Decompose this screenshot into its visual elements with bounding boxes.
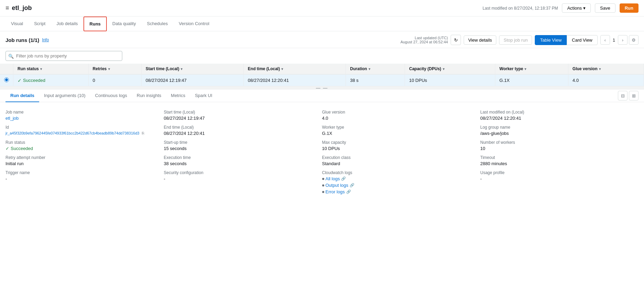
id-value[interactable]: jr_a45f320b9efa7962445fe074933f61bcc2b42… bbox=[5, 131, 160, 136]
startup-time-label: Start-up time bbox=[164, 140, 318, 145]
col-retries[interactable]: Retries ▾ bbox=[88, 64, 141, 74]
num-workers-value: 10 bbox=[480, 146, 634, 151]
all-logs-item: All logs 🔗 bbox=[322, 176, 476, 181]
job-name-group: Job name etl_job bbox=[5, 108, 164, 123]
row-radio[interactable] bbox=[4, 77, 9, 82]
refresh-button[interactable]: ↻ bbox=[451, 35, 461, 45]
tab-version-control[interactable]: Version Control bbox=[173, 17, 215, 31]
cloudwatch-links: All logs 🔗 Output logs 🔗 Error logs 🔗 bbox=[322, 176, 476, 194]
worker-type-group: Worker type G.1X bbox=[322, 123, 481, 138]
run-status-group: Run status ✓ Succeeded bbox=[5, 138, 164, 153]
runs-table: Run status ▾ Retries ▾ Start time (Local… bbox=[0, 64, 644, 86]
execution-time-label: Execution time bbox=[164, 155, 318, 160]
settings-button[interactable]: ⚙ bbox=[629, 35, 639, 45]
num-workers-group: Number of workers 10 bbox=[480, 138, 639, 153]
execution-class-value: Standard bbox=[322, 161, 476, 166]
timeout-label: Timeout bbox=[480, 155, 634, 160]
worker-type-value: G.1X bbox=[322, 131, 476, 136]
max-capacity-group: Max capacity 10 DPUs bbox=[322, 138, 481, 153]
maximize-icon: ⊞ bbox=[632, 93, 636, 98]
output-logs-link[interactable]: Output logs bbox=[326, 183, 349, 188]
bottom-panel: Run details Input arguments (10) Continu… bbox=[0, 89, 644, 203]
retry-label: Retry attempt number bbox=[5, 155, 160, 160]
job-runs-right: Last updated (UTC) August 27, 2024 at 06… bbox=[400, 35, 639, 45]
top-bar-right: Last modified on 8/27/2024, 12:18:37 PM … bbox=[483, 3, 639, 13]
col-end-time[interactable]: End time (Local) ▾ bbox=[244, 64, 346, 74]
maximize-panel-button[interactable]: ⊞ bbox=[629, 91, 639, 100]
timeout-group: Timeout 2880 minutes bbox=[480, 153, 639, 168]
all-logs-link[interactable]: All logs bbox=[326, 176, 340, 181]
worker-type-cell: G.1X bbox=[495, 74, 568, 86]
table-row[interactable]: ✓ Succeeded 0 08/27/2024 12:19:47 08/27/… bbox=[0, 74, 644, 86]
minimize-panel-button[interactable]: ⊟ bbox=[618, 91, 628, 100]
output-logs-item: Output logs 🔗 bbox=[322, 183, 476, 188]
view-details-button[interactable]: View details bbox=[464, 35, 496, 45]
cloudwatch-group: Cloudwatch logs All logs 🔗 Output logs 🔗 bbox=[322, 168, 481, 198]
next-page-button[interactable]: › bbox=[618, 35, 628, 45]
id-label: Id bbox=[5, 125, 160, 130]
job-name-value[interactable]: etl_job bbox=[5, 116, 160, 121]
last-modified-text: Last modified on 8/27/2024, 12:18:37 PM bbox=[483, 6, 558, 11]
execution-time-value: 38 seconds bbox=[164, 161, 318, 166]
tab-runs[interactable]: Runs bbox=[83, 17, 107, 31]
tab-job-details[interactable]: Job details bbox=[51, 17, 83, 31]
filter-bar: 🔍 bbox=[0, 48, 644, 64]
split-handle[interactable]: — — bbox=[0, 86, 644, 89]
search-icon: 🔍 bbox=[8, 53, 14, 58]
save-button[interactable]: Save bbox=[595, 3, 615, 13]
col-duration[interactable]: Duration ▾ bbox=[346, 64, 405, 74]
tab-script[interactable]: Script bbox=[29, 17, 51, 31]
run-details-grid: Job name etl_job Id jr_a45f320b9efa79624… bbox=[0, 102, 644, 203]
num-workers-label: Number of workers bbox=[480, 140, 634, 145]
worker-type-label: Worker type bbox=[322, 125, 476, 130]
job-runs-title: Job runs (1/1) Info bbox=[5, 37, 49, 43]
col-start-time[interactable]: Start time (Local) ▾ bbox=[141, 64, 244, 74]
minimize-icon: ⊟ bbox=[621, 93, 625, 98]
menu-icon[interactable]: ≡ bbox=[5, 4, 9, 12]
tab-spark-ui[interactable]: Spark UI bbox=[190, 89, 217, 102]
sort-icon: ▾ bbox=[181, 67, 182, 71]
filter-input[interactable] bbox=[5, 51, 122, 61]
error-logs-link[interactable]: Error logs bbox=[326, 189, 345, 194]
security-config-group: Security configuration - bbox=[164, 168, 322, 183]
tab-run-details[interactable]: Run details bbox=[5, 89, 39, 102]
tab-schedules[interactable]: Schedules bbox=[142, 17, 173, 31]
run-button[interactable]: Run bbox=[620, 3, 639, 13]
usage-profile-group: Usage profile - bbox=[480, 168, 639, 183]
tab-input-arguments[interactable]: Input arguments (10) bbox=[39, 89, 90, 102]
info-link[interactable]: Info bbox=[42, 38, 49, 42]
select-all-col bbox=[0, 64, 13, 74]
timeout-value: 2880 minutes bbox=[480, 161, 634, 166]
col-run-status[interactable]: Run status ▾ bbox=[13, 64, 89, 74]
actions-button[interactable]: Actions ▾ bbox=[562, 3, 591, 13]
copy-icon[interactable]: ⎘ bbox=[142, 131, 144, 135]
prev-page-button[interactable]: ‹ bbox=[600, 35, 610, 45]
row-radio-cell[interactable] bbox=[0, 74, 13, 86]
trigger-label: Trigger name bbox=[5, 170, 160, 175]
external-link-icon: 🔗 bbox=[341, 176, 346, 181]
job-title: etl_job bbox=[12, 4, 32, 12]
sort-icon: ▾ bbox=[443, 67, 444, 71]
tab-data-quality[interactable]: Data quality bbox=[107, 17, 142, 31]
job-name-label: Job name bbox=[5, 110, 160, 115]
card-view-button[interactable]: Card View bbox=[567, 35, 598, 45]
duration-cell: 38 s bbox=[346, 74, 405, 86]
col-capacity[interactable]: Capacity (DPUs) ▾ bbox=[405, 64, 495, 74]
last-modified-value: 08/27/2024 12:20:41 bbox=[480, 116, 634, 121]
usage-profile-label: Usage profile bbox=[480, 170, 634, 175]
status-check-icon: ✓ bbox=[5, 146, 9, 151]
tab-visual[interactable]: Visual bbox=[5, 17, 29, 31]
tab-metrics[interactable]: Metrics bbox=[166, 89, 190, 102]
detail-col-4: Last modified on (Local) 08/27/2024 12:2… bbox=[480, 108, 639, 198]
col-worker-type[interactable]: Worker type ▾ bbox=[495, 64, 568, 74]
start-time-value: 08/27/2024 12:19:47 bbox=[164, 116, 318, 121]
sort-icon: ▾ bbox=[108, 67, 110, 71]
col-glue-version[interactable]: Glue version ▾ bbox=[568, 64, 644, 74]
tab-run-insights[interactable]: Run insights bbox=[132, 89, 166, 102]
table-view-button[interactable]: Table View bbox=[535, 35, 567, 45]
refresh-icon: ↻ bbox=[454, 38, 458, 43]
max-capacity-label: Max capacity bbox=[322, 140, 476, 145]
log-group-group: Log group name /aws-glue/jobs bbox=[480, 123, 639, 138]
tab-continuous-logs[interactable]: Continuous logs bbox=[90, 89, 132, 102]
stop-job-button[interactable]: Stop job run bbox=[499, 35, 532, 45]
